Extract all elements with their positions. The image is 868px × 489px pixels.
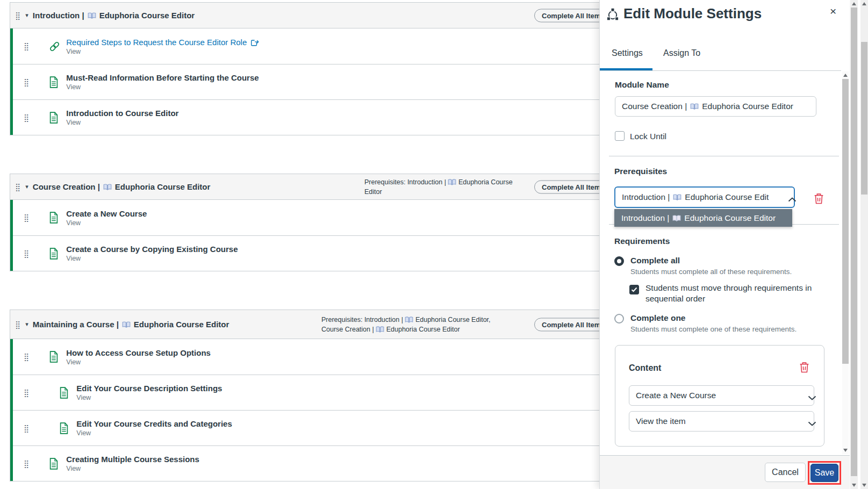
external-link-icon	[250, 38, 260, 46]
item-requirement-text: View	[66, 48, 260, 55]
module-title: Introduction | Eduphoria Course Editor	[33, 11, 195, 20]
item-title-link[interactable]: Required Steps to Request the Course Edi…	[66, 38, 260, 47]
collapse-module-icon[interactable]: ▾	[25, 321, 28, 328]
requirements-label: Requirements	[614, 236, 670, 246]
prerequisites-select[interactable]: Introduction | Eduphoria Course Edit	[614, 186, 795, 208]
complete-all-label: Complete all	[630, 256, 680, 265]
module-prerequisites-text: Prerequisites: Introduction | Eduphoria …	[364, 177, 526, 196]
module-prerequisites-text: Prerequisites: Introduction | Eduphoria …	[321, 314, 503, 334]
drag-handle-icon[interactable]: ⣿	[24, 460, 29, 468]
page-icon	[49, 248, 59, 260]
complete-one-radio[interactable]	[614, 314, 624, 323]
edit-module-settings-tray: Edit Module Settings × Settings Assign T…	[599, 0, 849, 489]
requirement-type-select[interactable]: View the item	[629, 411, 814, 432]
page-icon	[49, 458, 59, 470]
collapse-module-icon[interactable]: ▾	[25, 183, 28, 190]
module-item-row[interactable]: ⣿ Edit Your Course Description Settings …	[13, 375, 644, 410]
drag-handle-icon[interactable]: ⣿	[24, 214, 29, 221]
item-requirement-text: View	[76, 394, 222, 401]
lock-until-checkbox[interactable]	[615, 131, 625, 141]
drag-handle-icon[interactable]: ⣿	[24, 114, 29, 121]
save-button[interactable]: Save	[810, 464, 838, 482]
content-label: Content	[629, 363, 661, 373]
drag-handle-icon[interactable]: ⣿	[24, 250, 29, 257]
scroll-down-arrow[interactable]	[843, 449, 848, 452]
drag-handle-icon[interactable]: ⣿	[15, 321, 20, 328]
module-title: Maintaining a Course | Eduphoria Course …	[33, 320, 229, 329]
module-item-row[interactable]: ⣿ Introduction to Course Editor View	[13, 99, 644, 135]
item-requirement-text: View	[76, 429, 232, 437]
scrollbar-thumb[interactable]	[842, 79, 849, 364]
item-title-link[interactable]: Must-Read Information Before Starting th…	[66, 73, 259, 82]
book-icon	[103, 184, 112, 190]
module-item-row[interactable]: ⣿ Create a New Course View	[13, 200, 644, 235]
item-requirement-text: View	[66, 358, 211, 366]
page-icon	[49, 212, 59, 224]
item-title-link[interactable]: Creating Multiple Course Sessions	[66, 455, 199, 464]
content-scrollbar[interactable]	[850, 0, 858, 489]
complete-one-description: Students must complete one of these requ…	[630, 325, 797, 333]
book-icon	[405, 316, 413, 322]
drag-handle-icon[interactable]: ⣿	[24, 42, 29, 50]
module-item-row[interactable]: ⣿ Must-Read Information Before Starting …	[13, 64, 644, 99]
module-items: ⣿ Create a New Course View ⣿ Create a Co…	[10, 200, 644, 271]
close-icon[interactable]: ×	[828, 3, 838, 19]
drag-handle-icon[interactable]: ⣿	[24, 425, 29, 432]
collapse-module-icon[interactable]: ▾	[25, 12, 28, 19]
module-section: ⣿ ▾ Maintaining a Course | Eduphoria Cou…	[10, 310, 645, 481]
scrollbar-thumb[interactable]	[851, 8, 857, 476]
item-title-link[interactable]: How to Access Course Setup Options	[66, 348, 211, 357]
requirement-card: Content Create a New Course View the ite…	[615, 345, 824, 447]
module-header[interactable]: ⣿ ▾ Introduction | Eduphoria Course Edit…	[10, 3, 644, 28]
module-item-row[interactable]: ⣿ How to Access Course Setup Options Vie…	[13, 339, 644, 375]
book-icon	[376, 326, 384, 333]
module-item-row[interactable]: ⣿ Required Steps to Request the Course E…	[13, 28, 644, 64]
page-scrollbar[interactable]	[860, 0, 868, 489]
drag-handle-icon[interactable]: ⣿	[24, 353, 29, 361]
book-icon	[690, 103, 699, 110]
book-icon	[673, 194, 682, 200]
prerequisites-dropdown-option[interactable]: Introduction | Eduphoria Course Editor	[614, 209, 792, 227]
module-item-row[interactable]: ⣿ Edit Your Course Credits and Categorie…	[13, 410, 644, 445]
module-item-row[interactable]: ⣿ Create a Course by Copying Existing Co…	[13, 235, 644, 271]
scrollbar-thumb[interactable]	[861, 42, 867, 195]
prerequisites-label: Prerequisites	[614, 167, 667, 176]
item-title-link[interactable]: Edit Your Course Description Settings	[76, 384, 222, 393]
scroll-up-arrow[interactable]	[843, 74, 848, 77]
scroll-up-arrow[interactable]	[862, 2, 866, 5]
scroll-down-arrow[interactable]	[862, 484, 866, 487]
item-title-link[interactable]: Introduction to Course Editor	[66, 109, 178, 118]
requirement-content-select[interactable]: Create a New Course	[629, 385, 814, 406]
tray-scrollbar[interactable]	[842, 71, 849, 454]
complete-all-description: Students must complete all of these requ…	[630, 268, 792, 276]
page-icon	[49, 112, 59, 124]
module-header[interactable]: ⣿ ▾ Course Creation | Eduphoria Course E…	[10, 174, 644, 200]
complete-all-radio[interactable]	[614, 256, 624, 266]
tab-settings[interactable]: Settings	[612, 48, 643, 58]
drag-handle-icon[interactable]: ⣿	[15, 12, 20, 19]
item-title-link[interactable]: Create a New Course	[66, 209, 147, 218]
module-name-label: Module Name	[615, 80, 669, 90]
scroll-up-arrow[interactable]	[852, 2, 856, 5]
module-items: ⣿ Required Steps to Request the Course E…	[10, 28, 644, 135]
page: ⣿ ▾ Introduction | Eduphoria Course Edit…	[0, 0, 868, 489]
module-name-input[interactable]: Course Creation | Eduphoria Course Edito…	[615, 96, 816, 117]
cancel-button[interactable]: Cancel	[765, 463, 806, 482]
module-item-row[interactable]: ⣿ Creating Multiple Course Sessions View	[13, 445, 644, 481]
module-header[interactable]: ⣿ ▾ Maintaining a Course | Eduphoria Cou…	[10, 310, 644, 339]
module-items: ⣿ How to Access Course Setup Options Vie…	[10, 339, 644, 481]
book-icon	[88, 12, 96, 19]
drag-handle-icon[interactable]: ⣿	[15, 183, 20, 191]
sequential-order-checkbox[interactable]	[629, 285, 639, 294]
tab-assign-to[interactable]: Assign To	[663, 48, 700, 58]
drag-handle-icon[interactable]: ⣿	[24, 389, 29, 397]
page-icon	[49, 351, 59, 363]
scroll-down-arrow[interactable]	[852, 484, 856, 487]
item-title-link[interactable]: Create a Course by Copying Existing Cour…	[66, 244, 238, 254]
item-title-link[interactable]: Edit Your Course Credits and Categories	[76, 419, 232, 428]
module-section: ⣿ ▾ Course Creation | Eduphoria Course E…	[10, 174, 645, 271]
tray-title: Edit Module Settings	[623, 5, 762, 22]
page-icon	[59, 387, 69, 399]
drag-handle-icon[interactable]: ⣿	[24, 78, 29, 86]
lock-until-label: Lock Until	[630, 132, 666, 141]
